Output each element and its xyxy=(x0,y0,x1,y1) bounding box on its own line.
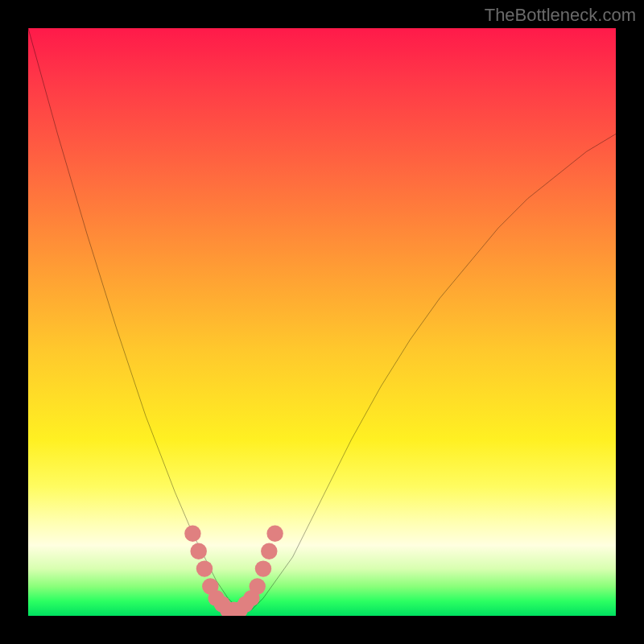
watermark-text: TheBottleneck.com xyxy=(485,5,636,26)
marker-dot xyxy=(249,578,265,594)
bottleneck-curve xyxy=(28,28,616,610)
curve-markers xyxy=(184,526,283,616)
chart-svg xyxy=(28,28,616,616)
marker-dot xyxy=(266,526,283,542)
marker-dot xyxy=(184,526,200,542)
marker-dot xyxy=(255,560,271,576)
marker-dot xyxy=(196,560,213,576)
plot-area xyxy=(28,28,616,616)
marker-dot xyxy=(261,543,277,559)
marker-dot xyxy=(190,543,206,559)
